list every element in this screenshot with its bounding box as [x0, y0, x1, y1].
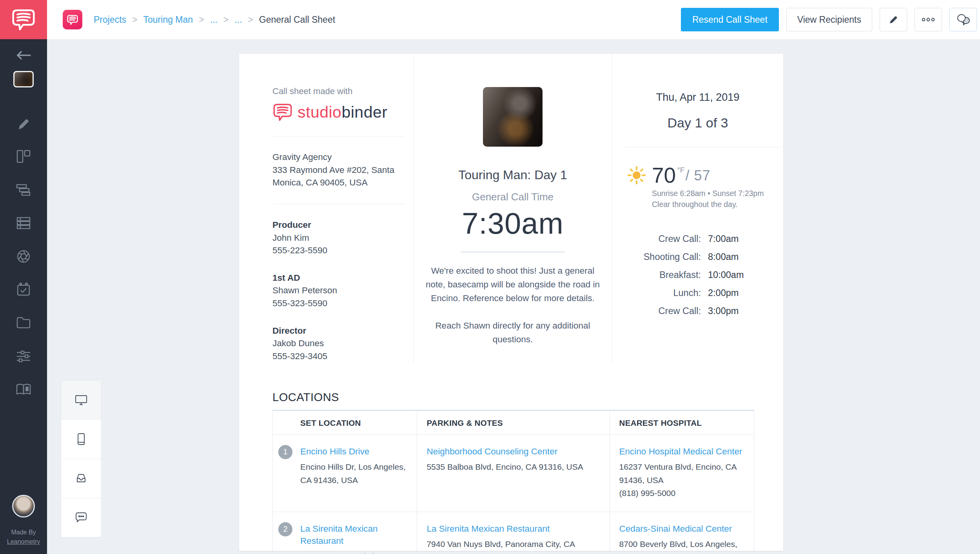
pencil-icon[interactable]	[0, 117, 47, 131]
project-cover-photo	[483, 87, 543, 147]
parking-cell: Neighborhood Counseling Center 5535 Balb…	[417, 434, 610, 512]
breadcrumb-projects[interactable]: Projects	[94, 15, 126, 25]
breadcrumb-ellipsis-1[interactable]: ...	[210, 15, 218, 25]
sidebar: Made By Leanometry	[0, 0, 47, 554]
stripboard-icon[interactable]	[0, 183, 47, 196]
project-thumbnail[interactable]	[0, 71, 47, 87]
pencil-icon	[888, 15, 898, 25]
schedule-label: Breakfast:	[625, 270, 701, 280]
call-sheet-header: Call sheet made with studiobinder Gravit…	[239, 54, 783, 363]
schedule-label: Shooting Call:	[625, 252, 701, 262]
parking-cell: La Sirenita Mexican Restaurant 7940 Van …	[417, 512, 610, 554]
made-by-credit: Made By Leanometry	[0, 528, 47, 547]
comments-button[interactable]	[949, 8, 977, 31]
project-thumbnail-image	[13, 71, 34, 87]
breadcrumb-current: General Call Sheet	[259, 15, 335, 25]
divider	[461, 251, 565, 252]
company-address: 333 Raymond Ave #202, Santa Monica, CA 9…	[272, 164, 405, 189]
set-location-cell: 1 Encino Hills Drive Encino Hills Dr, Lo…	[273, 434, 417, 512]
leanometry-link[interactable]: Leanometry	[7, 537, 40, 547]
call-sheet-day-column: Thu, Apr 11, 2019 Day 1 of 3 70 °	[612, 54, 783, 363]
back-arrow-icon[interactable]	[0, 49, 47, 61]
company-address-block: Gravity Agency 333 Raymond Ave #202, San…	[272, 151, 405, 189]
shutter-icon[interactable]	[0, 249, 47, 264]
set-location-address: 7940 Van Nuys Blvd, Panorama City, CA 91…	[300, 550, 407, 554]
contact-name: Shawn Peterson	[272, 284, 405, 297]
set-location-link[interactable]: Encino Hills Drive	[300, 445, 369, 458]
hospital-cell: Cedars-Sinai Medical Center 8700 Beverly…	[610, 512, 754, 554]
resend-call-sheet-button[interactable]: Resend Call Sheet	[681, 8, 779, 31]
preview-desktop-button[interactable]	[61, 380, 101, 420]
book-info-icon[interactable]	[0, 382, 47, 396]
folder-icon[interactable]	[0, 316, 47, 329]
locations-section: LOCATIONS SET LOCATION PARKING & NOTES N…	[239, 363, 783, 554]
set-location-link[interactable]: La Sirenita Mexican Restaurant	[300, 523, 407, 547]
list-rows-icon[interactable]	[0, 216, 47, 230]
call-sheet-title: Touring Man: Day 1	[414, 168, 612, 182]
sliders-icon[interactable]	[0, 349, 47, 363]
chat-icon	[75, 512, 87, 523]
studiobinder-wordmark: studiobinder	[298, 103, 387, 122]
column-parking-notes: PARKING & NOTES	[417, 410, 610, 434]
user-avatar[interactable]	[0, 495, 47, 518]
column-nearest-hospital: NEAREST HOSPITAL	[610, 410, 754, 434]
schedule-time: 3:00pm	[708, 306, 768, 316]
schedule-time: 2:00pm	[708, 288, 768, 298]
top-header-bar: Projects > Touring Man > ... > ... > Gen…	[47, 0, 980, 39]
preview-sms-button[interactable]	[61, 498, 101, 537]
chevron-right-icon: >	[223, 15, 229, 25]
call-sheet-card: Call sheet made with studiobinder Gravit…	[239, 54, 783, 551]
breadcrumb-touring-man[interactable]: Touring Man	[143, 15, 193, 25]
notes-paragraph: We're excited to shoot this! Just a gene…	[423, 264, 603, 305]
mobile-icon	[77, 433, 85, 445]
studiobinder-logo-tile[interactable]	[0, 0, 47, 39]
divider	[272, 204, 405, 204]
set-location-cell: 2 La Sirenita Mexican Restaurant 7940 Va…	[273, 512, 417, 554]
comments-icon	[956, 14, 970, 25]
preview-email-button[interactable]	[61, 459, 101, 498]
contact-phone: 555-329-3405	[272, 350, 405, 363]
speech-bubble-icon	[11, 8, 36, 31]
schedule-time: 8:00am	[708, 252, 768, 262]
contact-phone: 555-323-5590	[272, 297, 405, 310]
breadcrumb: Projects > Touring Man > ... > ... > Gen…	[63, 0, 335, 39]
contact-phone: 555-223-5590	[272, 244, 405, 257]
more-options-button[interactable]	[915, 8, 942, 31]
parking-link[interactable]: Neighborhood Counseling Center	[426, 445, 557, 458]
header-actions: Resend Call Sheet View Recipients	[681, 8, 977, 31]
board-icon[interactable]	[0, 149, 47, 163]
call-sheet-notes: We're excited to shoot this! Just a gene…	[423, 264, 603, 346]
speech-bubble-icon	[272, 103, 293, 122]
preview-mobile-button[interactable]	[61, 420, 101, 459]
more-options-icon	[921, 17, 935, 22]
temperature: 70 °F / 57	[652, 165, 764, 186]
schedule-time: 7:00am	[708, 234, 768, 244]
schedule-label: Crew Call:	[625, 306, 701, 316]
schedule-label: Lunch:	[625, 288, 701, 298]
made-by-label: Made By	[7, 528, 40, 537]
calendar-check-icon[interactable]	[0, 282, 47, 297]
forecast: Clear throughout the day.	[652, 199, 764, 210]
location-row: 2 La Sirenita Mexican Restaurant 7940 Va…	[273, 512, 754, 554]
hospital-link[interactable]: Cedars-Sinai Medical Center	[619, 523, 732, 535]
hospital-link[interactable]: Encino Hospital Medical Center	[619, 445, 742, 458]
call-sheet-main-column: Touring Man: Day 1 General Call Time 7:3…	[414, 54, 612, 363]
schedule-times: Crew Call: 7:00am Shooting Call: 8:00am …	[625, 234, 768, 316]
breadcrumb-ellipsis-2[interactable]: ...	[234, 15, 242, 25]
contact-role: Director	[272, 325, 405, 338]
parking-address: 5535 Balboa Blvd, Encino, CA 91316, USA	[426, 460, 600, 474]
edit-pencil-button[interactable]	[880, 8, 907, 31]
made-with-label: Call sheet made with	[272, 86, 405, 96]
locations-table: SET LOCATION PARKING & NOTES NEAREST HOS…	[272, 410, 754, 554]
view-recipients-button[interactable]: View Recipients	[786, 8, 872, 31]
studiobinder-logo: studiobinder	[272, 103, 405, 122]
chevron-right-icon: >	[132, 15, 137, 25]
temp-unit: °F	[677, 166, 684, 174]
app-icon[interactable]	[63, 10, 82, 29]
parking-link[interactable]: La Sirenita Mexican Restaurant	[426, 523, 550, 535]
hospital-cell: Encino Hospital Medical Center 16237 Ven…	[610, 434, 754, 512]
weather-details: 70 °F / 57 Sunrise 6:28am • Sunset 7:23p…	[652, 165, 764, 210]
contact-role: 1st AD	[272, 272, 405, 285]
avatar-image	[12, 495, 35, 518]
call-sheet-company-column: Call sheet made with studiobinder Gravit…	[239, 54, 414, 363]
